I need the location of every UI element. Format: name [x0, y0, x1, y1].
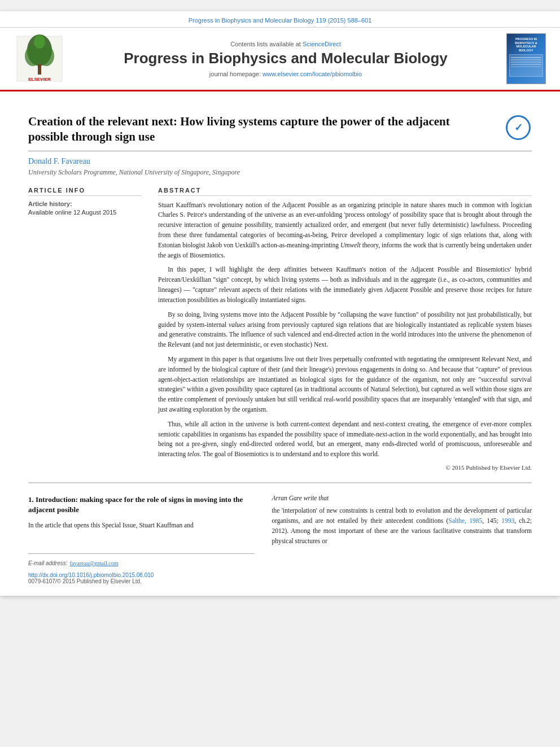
- contents-available-line: Contents lists available at ScienceDirec…: [79, 41, 492, 47]
- header-band: ELSEVIER Contents lists available at Sci…: [0, 28, 560, 91]
- svg-point-3: [38, 46, 54, 66]
- lower-left-para: In the article that opens this Special I…: [28, 521, 255, 531]
- abstract-para-2: In this paper, I will highlight the deep…: [158, 265, 532, 305]
- lower-left-column: 1. Introduction: making space for the ro…: [28, 495, 255, 584]
- top-bar: Progress in Biophysics and Molecular Bio…: [0, 11, 560, 28]
- lower-section: 1. Introduction: making space for the ro…: [28, 495, 532, 584]
- email-link[interactable]: favareau@gmail.com: [69, 560, 118, 566]
- lower-left-text: In the article that opens this Special I…: [28, 521, 255, 531]
- header-center: Contents lists available at ScienceDirec…: [79, 33, 492, 84]
- section-divider: [28, 482, 532, 483]
- abstract-para-4: My argument in this paper is that organi…: [158, 355, 532, 415]
- abstract-text: Stuart Kauffman's revolutionary notion o…: [158, 200, 532, 460]
- journal-thumbnail: PROGRESS INBIOPHYSICS &MOLECULARBIOLOGY: [506, 33, 546, 84]
- page: Progress in Biophysics and Molecular Bio…: [0, 11, 560, 596]
- abstract-heading: ABSTRACT: [158, 187, 532, 196]
- abstract-column: ABSTRACT Stuart Kauffman's revolutionary…: [158, 187, 532, 471]
- crossmark-circle: ✓: [506, 115, 531, 140]
- doi-line[interactable]: http://dx.doi.org/10.1016/j.pbiomolbio.2…: [28, 572, 255, 578]
- svg-text:ELSEVIER: ELSEVIER: [28, 77, 51, 82]
- crossmark-icon: ✓: [514, 121, 523, 134]
- elsevier-logo-container: ELSEVIER: [11, 33, 68, 84]
- abstract-para-1: Stuart Kauffman's revolutionary notion o…: [158, 200, 532, 261]
- svg-rect-4: [38, 64, 41, 75]
- homepage-line: journal homepage: www.elsevier.com/locat…: [79, 71, 492, 77]
- salthe-1993-link[interactable]: 1993: [501, 517, 514, 524]
- issn-line: 0079-6107/© 2015 Published by Elsevier L…: [28, 578, 255, 584]
- elsevier-logo-icon: ELSEVIER: [14, 33, 65, 84]
- section-1-title: 1. Introduction: making space for the ro…: [28, 495, 255, 515]
- main-content: Creation of the relevant next: How livin…: [0, 91, 560, 596]
- salthe-1985-link[interactable]: Salthe, 1985: [448, 517, 482, 524]
- sciencedirect-link[interactable]: ScienceDirect: [303, 41, 341, 47]
- lower-right-column: Arran Gare write that the 'interpolation…: [272, 495, 532, 584]
- email-label: E-mail address:: [28, 560, 67, 566]
- copyright-line: © 2015 Published by Elsevier Ltd.: [158, 464, 532, 471]
- lower-right-text: the 'interpolation' of new constraints i…: [272, 506, 532, 546]
- article-available-online: Available online 12 August 2015: [28, 209, 141, 216]
- article-title-section: Creation of the relevant next: How livin…: [28, 103, 532, 151]
- abstract-para-5: Thus, while all action in the universe i…: [158, 420, 532, 460]
- homepage-url[interactable]: www.elsevier.com/locate/pbiomolbio: [262, 71, 362, 77]
- author-affiliation: University Scholars Programme, National …: [28, 168, 532, 177]
- svg-point-2: [25, 46, 41, 66]
- journal-thumbnail-container: PROGRESS INBIOPHYSICS &MOLECULARBIOLOGY: [504, 33, 549, 84]
- article-info-column: ARTICLE INFO Article history: Available …: [28, 187, 141, 471]
- article-info-heading: ARTICLE INFO: [28, 187, 141, 196]
- journal-reference: Progress in Biophysics and Molecular Bio…: [189, 17, 372, 24]
- svg-point-5: [34, 35, 45, 49]
- arran-gare-intro: Arran Gare write that: [272, 495, 532, 501]
- lower-right-para: the 'interpolation' of new constraints i…: [272, 506, 532, 546]
- crossmark-logo[interactable]: ✓: [505, 114, 532, 141]
- article-history-label: Article history:: [28, 200, 141, 207]
- email-footnote: E-mail address: favareau@gmail.com: [28, 553, 255, 567]
- author-name: Donald F. Favareau: [28, 157, 532, 166]
- article-title: Creation of the relevant next: How livin…: [28, 114, 491, 145]
- article-body: ARTICLE INFO Article history: Available …: [28, 187, 532, 471]
- journal-title: Progress in Biophysics and Molecular Bio…: [79, 50, 492, 67]
- abstract-para-3: By so doing, living systems move into th…: [158, 310, 532, 350]
